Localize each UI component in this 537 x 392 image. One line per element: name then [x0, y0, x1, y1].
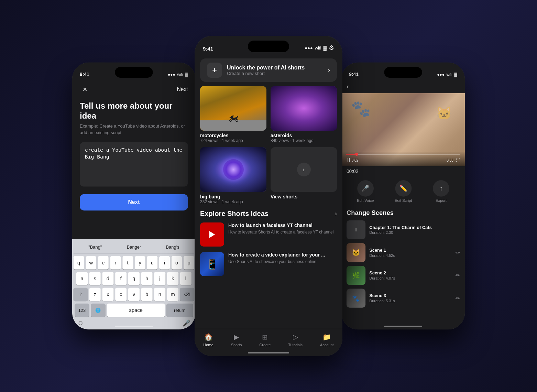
tab-shorts[interactable]: ▶ Shorts	[231, 333, 242, 347]
idea-card-2[interactable]: 📱 How to create a video explainer for yo…	[200, 252, 337, 276]
export-button[interactable]: ↑ Export	[433, 180, 449, 203]
key-g[interactable]: g	[128, 272, 140, 285]
key-j[interactable]: j	[154, 272, 165, 285]
key-y[interactable]: y	[135, 256, 145, 270]
idea-card-1[interactable]: How to launch a faceless YT channel How …	[200, 222, 337, 247]
progress-fill	[346, 154, 355, 155]
key-s[interactable]: s	[89, 272, 101, 285]
video-card-asteroids[interactable]: asteroids 840 views · 1 week ago	[271, 86, 337, 143]
video-player: 🐾 🐱 ⏸ 0:02 0:38 ⛶	[341, 93, 465, 166]
progress-bar[interactable]	[346, 154, 460, 155]
create-plus-icon[interactable]: +	[207, 63, 222, 78]
battery-icon-right: ▓	[454, 72, 457, 77]
cta-banner[interactable]: + Unlock the power of AI shorts Create a…	[200, 58, 337, 82]
key-m[interactable]: m	[167, 288, 178, 301]
scene-1-edit-icon[interactable]: ✏	[456, 250, 460, 255]
edit-voice-button[interactable]: 🎤 Edit Voice	[357, 180, 374, 203]
key-return[interactable]: return	[166, 304, 193, 317]
pause-button[interactable]: ⏸	[346, 157, 352, 163]
settings-icon[interactable]: ⚙	[329, 44, 334, 52]
tab-create[interactable]: ⊞ Create	[259, 333, 271, 347]
battery-icon-left: ▓	[185, 72, 188, 77]
idea-text-2: How to create a video explainer for your…	[228, 252, 337, 265]
cat-paw-icon: 🐾	[351, 99, 371, 118]
next-button-main[interactable]: Next	[80, 194, 188, 210]
key-c[interactable]: c	[115, 288, 127, 301]
status-icons-left: ●●● wifi ▓	[168, 72, 188, 77]
status-icons-right: ●●● wifi ▓	[437, 72, 457, 77]
scenes-list: I Chapter 1: The Charm of Cats Duration:…	[341, 220, 465, 308]
scene-item-3[interactable]: 🐾 Scene 3 Duration: 5.31s ✏	[347, 289, 460, 308]
keyboard-row-2: a s d f g h j k l	[74, 272, 194, 285]
cta-arrow-icon[interactable]: ›	[328, 67, 330, 74]
scene-2-edit-icon[interactable]: ✏	[456, 272, 460, 278]
scene-item-2[interactable]: 🌿 Scene 2 Duration: 4.07s ✏	[347, 266, 460, 285]
key-emoji[interactable]: 🌐	[91, 304, 105, 317]
idea-textarea[interactable]: create a YouTube video about the Big Ban…	[80, 142, 188, 186]
video-card-motorcycles[interactable]: 🏍 motorcycles 724 views · 1 week ago	[200, 86, 266, 143]
scene-item-1[interactable]: 🐱 Scene 1 Duration: 4.52s ✏	[347, 243, 460, 262]
key-q[interactable]: q	[74, 256, 84, 270]
suggestion-3[interactable]: Bang's	[163, 243, 182, 251]
yt-logo	[200, 222, 224, 247]
scene-1-title: Scene 1	[369, 248, 452, 253]
key-123[interactable]: 123	[75, 304, 89, 317]
cta-subtitle: Create a new short	[227, 71, 328, 76]
key-i[interactable]: i	[159, 256, 170, 270]
key-w[interactable]: w	[86, 256, 96, 270]
tab-account[interactable]: 📁 Account	[320, 333, 334, 347]
next-button-top[interactable]: Next	[177, 87, 188, 93]
tab-tutorials[interactable]: ▷ Tutorials	[288, 333, 303, 347]
key-x[interactable]: x	[102, 288, 113, 301]
key-n[interactable]: n	[154, 288, 165, 301]
video-card-viewshorts[interactable]: › View shorts	[271, 147, 337, 204]
key-b[interactable]: b	[141, 288, 153, 301]
key-space[interactable]: space	[107, 304, 165, 317]
video-meta-bigbang: 332 views · 1 week ago	[200, 199, 266, 204]
back-button[interactable]: ‹	[347, 83, 349, 90]
key-z[interactable]: z	[89, 288, 101, 301]
key-t[interactable]: t	[122, 256, 133, 270]
microphone-icon[interactable]: 🎤	[183, 319, 190, 327]
key-o[interactable]: o	[172, 256, 182, 270]
tab-home[interactable]: 🏠 Home	[203, 333, 213, 347]
view-shorts-card[interactable]: ›	[271, 147, 337, 192]
edit-script-button[interactable]: ✏️ Edit Script	[395, 180, 412, 203]
scene-item-chapter[interactable]: I Chapter 1: The Charm of Cats Duration:…	[347, 220, 460, 239]
suggestion-2[interactable]: Banger	[124, 243, 143, 251]
scene-3-edit-icon[interactable]: ✏	[456, 295, 460, 301]
key-u[interactable]: u	[147, 256, 157, 270]
scene-3-duration: Duration: 5.31s	[369, 299, 452, 303]
key-delete[interactable]: ⌫	[180, 288, 194, 301]
key-r[interactable]: r	[110, 256, 121, 270]
key-shift[interactable]: ⇧	[74, 288, 88, 301]
key-f[interactable]: f	[115, 272, 127, 285]
dynamic-island-right	[384, 67, 422, 78]
tab-tutorials-label: Tutorials	[288, 343, 303, 347]
key-k[interactable]: k	[167, 272, 178, 285]
key-e[interactable]: e	[98, 256, 109, 270]
key-p[interactable]: p	[184, 256, 194, 270]
key-a[interactable]: a	[76, 272, 88, 285]
explore-arrow-icon[interactable]: ›	[335, 210, 337, 217]
key-d[interactable]: d	[102, 272, 113, 285]
scene-3-title: Scene 3	[369, 293, 452, 298]
idea-card-title-2: How to create a video explainer for your…	[228, 252, 337, 258]
moto-shape: 🏍	[228, 111, 239, 124]
change-scenes-title: Change Scenes	[341, 207, 465, 220]
emoji-icon[interactable]: ☺	[77, 319, 84, 327]
video-meta-asteroids: 840 views · 1 week ago	[271, 138, 337, 143]
view-shorts-arrow-icon[interactable]: ›	[297, 163, 311, 176]
fullscreen-button[interactable]: ⛶	[456, 157, 460, 163]
close-button[interactable]: ✕	[80, 85, 90, 95]
key-h[interactable]: h	[141, 272, 153, 285]
view-shorts-label: View shorts	[271, 194, 337, 199]
phone-right: 9:41 ●●● wifi ▓ ‹ 🐾 🐱	[341, 63, 465, 329]
video-card-bigbang[interactable]: big bang 332 views · 1 week ago	[200, 147, 266, 204]
key-l[interactable]: l	[180, 272, 191, 285]
key-v[interactable]: v	[128, 288, 140, 301]
scene-1-duration: Duration: 4.52s	[369, 253, 452, 258]
suggestion-1[interactable]: "Bang"	[86, 243, 105, 251]
phones-container: 9:41 ●●● wifi ▓ ✕ Next Tell us more abou…	[61, 36, 476, 356]
cat-whisker-icon: 🐱	[436, 106, 452, 121]
